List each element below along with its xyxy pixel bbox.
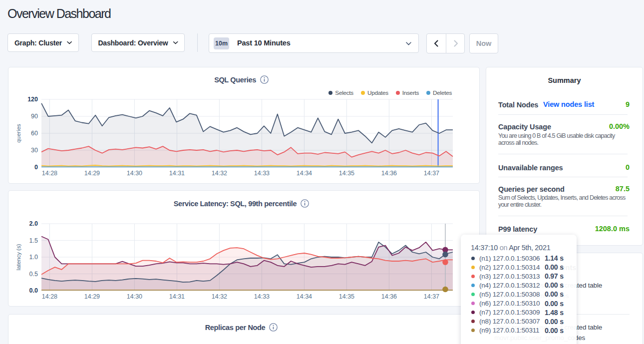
svg-text:14:28: 14:28 — [42, 170, 57, 177]
svg-text:14:34: 14:34 — [297, 170, 312, 177]
svg-text:14:36: 14:36 — [381, 293, 397, 300]
svg-text:0.5: 0.5 — [29, 271, 38, 278]
svg-text:14:35: 14:35 — [339, 170, 354, 177]
svg-text:90: 90 — [31, 113, 38, 120]
svg-text:14:30: 14:30 — [127, 293, 142, 300]
svg-text:0.0: 0.0 — [29, 287, 38, 294]
svg-text:14:36: 14:36 — [381, 170, 397, 177]
svg-text:1.0: 1.0 — [29, 254, 38, 261]
svg-text:60: 60 — [31, 130, 38, 137]
svg-text:14:37: 14:37 — [424, 170, 439, 177]
svg-text:14:29: 14:29 — [84, 170, 100, 177]
svg-text:14:32: 14:32 — [212, 293, 227, 300]
svg-text:30: 30 — [31, 147, 38, 154]
svg-text:1.5: 1.5 — [29, 237, 38, 244]
svg-text:14:32: 14:32 — [212, 170, 227, 177]
svg-text:0: 0 — [34, 164, 38, 171]
svg-text:14:28: 14:28 — [42, 293, 57, 300]
svg-text:14:30: 14:30 — [127, 170, 142, 177]
svg-text:14:34: 14:34 — [297, 293, 312, 300]
svg-text:14:37: 14:37 — [424, 293, 439, 300]
svg-text:14:33: 14:33 — [254, 293, 270, 300]
svg-text:14:33: 14:33 — [254, 170, 270, 177]
svg-text:2.0: 2.0 — [29, 220, 38, 227]
svg-text:latency (s): latency (s) — [15, 244, 21, 270]
svg-text:queries: queries — [15, 124, 21, 143]
svg-text:14:29: 14:29 — [84, 293, 100, 300]
svg-text:14:31: 14:31 — [169, 170, 185, 177]
svg-text:14:31: 14:31 — [169, 293, 185, 300]
svg-text:14:35: 14:35 — [339, 293, 354, 300]
svg-text:120: 120 — [27, 96, 38, 103]
